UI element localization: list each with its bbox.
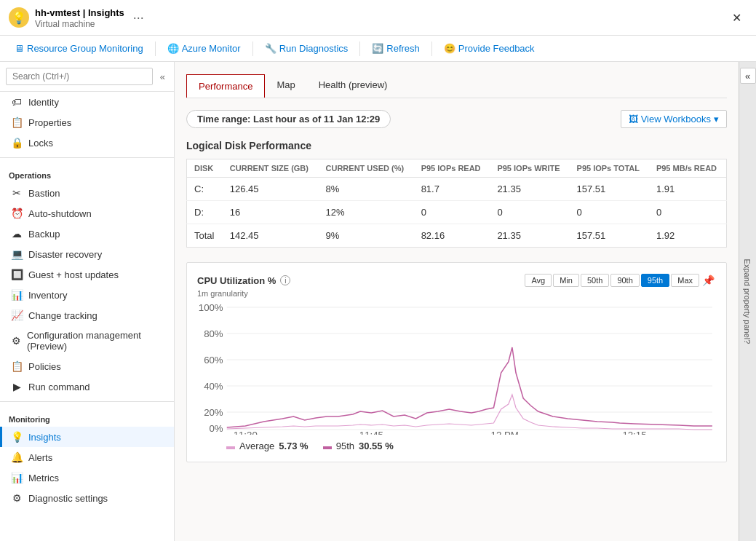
diagnostic-settings-label: Diagnostic settings <box>28 493 108 504</box>
pin-button[interactable]: 📌 <box>701 273 716 288</box>
content-area: Performance Map Health (preview) Time ra… <box>175 62 756 541</box>
expand-panel-button[interactable]: « <box>740 68 756 84</box>
sidebar-item-metrics[interactable]: 📊 Metrics <box>0 467 174 488</box>
properties-label: Properties <box>28 117 71 128</box>
sidebar-item-backup[interactable]: ☁ Backup <box>0 224 174 244</box>
chart-btn-avg[interactable]: Avg <box>525 274 552 287</box>
col-iops-write: P95 IOPs WRITE <box>490 159 569 178</box>
sidebar-item-alerts[interactable]: 🔔 Alerts <box>0 447 174 467</box>
content-main: Performance Map Health (preview) Time ra… <box>175 62 739 541</box>
col-used: CURRENT USED (%) <box>319 159 414 178</box>
cell-used: 8% <box>319 178 414 201</box>
run-command-label: Run command <box>28 382 90 392</box>
sidebar-divider-1 <box>0 157 174 158</box>
sidebar-search-container: « <box>0 62 174 92</box>
cell-size: 142.45 <box>223 224 319 248</box>
expand-panel[interactable]: « Expand property panel? <box>739 62 756 541</box>
chart-btn-50th[interactable]: 50th <box>581 274 609 287</box>
insights-icon: 💡 <box>11 431 23 443</box>
time-range-pill[interactable]: Time range: Last hour as of 11 Jan 12:29 <box>186 110 391 128</box>
table-row: C: 126.45 8% 81.7 21.35 157.51 1.91 <box>187 178 727 201</box>
view-workbooks-button[interactable]: 🖼 View Workbooks ▾ <box>621 110 727 128</box>
resource-group-monitoring-button[interactable]: 🖥 Resource Group Monitoring <box>9 40 149 57</box>
cell-iops-write: 21.35 <box>490 224 569 248</box>
legend-average: Average 5.73 % <box>226 441 309 451</box>
sidebar-item-change-tracking[interactable]: 📈 Change tracking <box>0 305 174 325</box>
sidebar-item-locks[interactable]: 🔒 Locks <box>0 133 174 153</box>
col-size: CURRENT SIZE (GB) <box>223 159 319 178</box>
tab-health[interactable]: Health (preview) <box>307 74 399 98</box>
refresh-button[interactable]: 🔄 Refresh <box>366 40 426 57</box>
cell-size: 126.45 <box>223 178 319 201</box>
title-bar: 💡 hh-vmtest | Insights Virtual machine ·… <box>0 0 756 36</box>
sidebar-item-policies[interactable]: 📋 Policies <box>0 356 174 376</box>
sidebar-item-run-command[interactable]: ▶ Run command <box>0 376 174 397</box>
alerts-icon: 🔔 <box>11 451 23 463</box>
cell-size: 16 <box>223 201 319 224</box>
sidebar-item-properties[interactable]: 📋 Properties <box>0 112 174 133</box>
sidebar-item-auto-shutdown[interactable]: ⏰ Auto-shutdown <box>0 203 174 224</box>
sidebar-item-identity[interactable]: 🏷 Identity <box>0 92 174 112</box>
col-iops-read: P95 IOPs READ <box>414 159 490 178</box>
ellipsis-menu[interactable]: ··· <box>133 10 144 25</box>
backup-label: Backup <box>28 229 60 240</box>
cpu-chart-section: CPU Utilization % i Avg Min 50th 90th 95… <box>186 262 727 462</box>
sidebar-item-configuration-management[interactable]: ⚙ Configuration management (Preview) <box>0 325 174 356</box>
insights-label: Insights <box>28 432 61 443</box>
chart-btn-95th[interactable]: 95th <box>641 274 669 287</box>
tab-performance[interactable]: Performance <box>186 74 265 98</box>
cell-disk: Total <box>187 224 223 248</box>
config-management-label: Configuration management (Preview) <box>27 330 165 352</box>
change-tracking-icon: 📈 <box>11 309 23 321</box>
sidebar-collapse-button[interactable]: « <box>157 70 168 84</box>
locks-label: Locks <box>28 138 53 149</box>
workbooks-chevron-icon: ▾ <box>714 114 719 125</box>
sidebar-item-inventory[interactable]: 📊 Inventory <box>0 285 174 305</box>
run-diagnostics-label: Run Diagnostics <box>279 43 349 54</box>
toolbar-divider-4 <box>431 42 432 56</box>
cell-iops-total: 157.51 <box>570 178 649 201</box>
chart-btn-90th[interactable]: 90th <box>610 274 639 287</box>
cpu-chart-svg: 100% 80% 60% 40% 20% 0% <box>197 304 716 435</box>
tab-map[interactable]: Map <box>265 74 306 98</box>
chart-buttons: Avg Min 50th 90th 95th Max 📌 <box>525 273 716 288</box>
bastion-icon: ✂ <box>11 187 23 199</box>
policies-label: Policies <box>28 361 61 372</box>
cell-iops-read: 0 <box>414 201 490 224</box>
feedback-button[interactable]: 😊 Provide Feedback <box>438 40 541 57</box>
info-icon[interactable]: i <box>280 275 290 285</box>
chart-title-group: CPU Utilization % i <box>197 275 290 286</box>
run-command-icon: ▶ <box>11 381 23 392</box>
azure-monitor-button[interactable]: 🌐 Azure Monitor <box>162 40 247 57</box>
sidebar-item-disaster-recovery[interactable]: 💻 Disaster recovery <box>0 244 174 264</box>
close-button[interactable]: ✕ <box>726 8 747 28</box>
search-input[interactable] <box>6 68 153 85</box>
chart-btn-min[interactable]: Min <box>553 274 579 287</box>
refresh-label: Refresh <box>386 43 420 54</box>
cell-iops-write: 0 <box>490 201 569 224</box>
disk-table-header-row: DISK CURRENT SIZE (GB) CURRENT USED (%) … <box>187 159 727 178</box>
page-name: Insights <box>88 7 124 18</box>
legend-average-label: Average <box>239 441 274 451</box>
identity-label: Identity <box>28 97 59 108</box>
sidebar-item-insights[interactable]: 💡 Insights <box>0 427 174 447</box>
time-range-value: Last hour as of 11 Jan 12:29 <box>253 114 380 125</box>
expand-panel-label: Expand property panel? <box>744 259 752 344</box>
run-diagnostics-button[interactable]: 🔧 Run Diagnostics <box>259 40 354 57</box>
feedback-label: Provide Feedback <box>458 43 535 54</box>
svg-text:11:45: 11:45 <box>359 430 383 435</box>
chart-header: CPU Utilization % i Avg Min 50th 90th 95… <box>197 273 716 288</box>
sidebar-item-bastion[interactable]: ✂ Bastion <box>0 183 174 203</box>
cell-iops-read: 82.16 <box>414 224 490 248</box>
svg-text:100%: 100% <box>199 304 223 313</box>
cell-mb-read: 1.91 <box>649 178 727 201</box>
sidebar-item-diagnostic-settings[interactable]: ⚙ Diagnostic settings <box>0 488 174 508</box>
cell-mb-read: 1.92 <box>649 224 727 248</box>
cell-used: 12% <box>319 201 414 224</box>
azure-monitor-icon: 🌐 <box>167 43 179 54</box>
toolbar-divider-2 <box>252 42 253 56</box>
chart-btn-max[interactable]: Max <box>671 274 699 287</box>
time-range-bar: Time range: Last hour as of 11 Jan 12:29… <box>186 110 727 128</box>
sidebar-item-guest-host-updates[interactable]: 🔲 Guest + host updates <box>0 264 174 285</box>
cell-disk: C: <box>187 178 223 201</box>
